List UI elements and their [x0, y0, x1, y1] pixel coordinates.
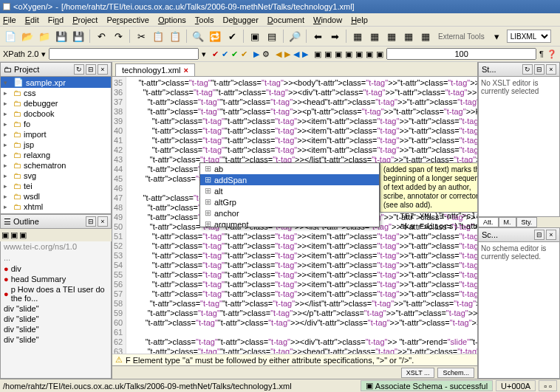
validate-red-icon[interactable]: ✔ [212, 49, 219, 59]
refresh-icon[interactable]: ↻ [74, 64, 84, 75]
outline-btn3[interactable]: ▣ [19, 230, 27, 240]
replace-icon[interactable]: 🔁 [208, 29, 222, 44]
tool4-icon[interactable]: ▣ [345, 49, 352, 59]
grid1-icon[interactable]: ▦ [350, 29, 365, 44]
tree-folder[interactable]: ▸🗀css [1, 88, 111, 98]
menu-find[interactable]: Find [48, 16, 64, 24]
tool2-icon[interactable]: ▣ [324, 49, 332, 59]
autocomplete-item[interactable]: ⊞addSpan [200, 174, 379, 185]
tree-folder[interactable]: ▸🗀fo [1, 119, 111, 129]
outline-item[interactable]: ●div [1, 264, 111, 274]
new-icon[interactable]: 📄 [3, 29, 18, 44]
find-icon[interactable]: 🔍 [191, 29, 205, 44]
run-icon[interactable]: ▶ [253, 49, 259, 59]
cut-icon[interactable]: ✂ [134, 29, 148, 44]
tab-attr[interactable]: Att. [478, 217, 499, 227]
validation-warning[interactable]: ⚠ F Element type "a" must be followed by… [112, 354, 477, 365]
refresh-icon[interactable]: ↻ [522, 64, 533, 75]
pin-icon[interactable]: ⊟ [534, 230, 544, 240]
chevron-down-icon[interactable]: ▾ [490, 29, 505, 44]
save-all-icon[interactable]: 💾 [71, 29, 86, 44]
chevron-down-icon[interactable]: ▾ [202, 49, 206, 59]
outline-item[interactable]: div "slide" [1, 324, 111, 334]
open2-icon[interactable]: 📁 [37, 29, 52, 44]
autocomplete-item[interactable]: ⊞ab [200, 163, 379, 174]
tree-folder[interactable]: ▸🗀relaxng [1, 150, 111, 160]
tree-folder[interactable]: ▸🗀wsdl [1, 191, 111, 202]
tab-schema[interactable]: Schem... [437, 368, 474, 378]
save-icon[interactable]: 💾 [54, 29, 69, 44]
grid3-icon[interactable]: ▦ [384, 29, 399, 44]
chevron-down-icon[interactable]: ▾ [41, 49, 46, 59]
outline-btn2[interactable]: ▣ [10, 230, 18, 240]
nav3-icon[interactable]: ◀ [293, 49, 299, 59]
project-tree[interactable]: ▾📄sample.xpr ▸🗀css▸🗀debugger▸🗀docbook▸🗀f… [0, 77, 112, 214]
tree-folder[interactable]: ▸🗀debugger [1, 98, 111, 109]
tool3-icon[interactable]: ▣ [335, 49, 342, 59]
menu-edit[interactable]: Edit [25, 16, 39, 24]
menu-file[interactable]: File [3, 16, 16, 24]
tab-technology1[interactable]: technology1.xml× [115, 63, 195, 76]
tab-style[interactable]: Sty. [516, 217, 538, 227]
validate-green-icon[interactable]: ✔ [231, 49, 238, 59]
code-editor[interactable]: 35 36 37 38 39 40 41 42 43 44 45 46 47 4… [112, 77, 477, 354]
autocomplete-item[interactable]: ⊞alt [200, 185, 379, 196]
menu-document[interactable]: Document [267, 16, 304, 24]
outline-item[interactable]: div "slide" [1, 303, 111, 314]
close-icon[interactable]: × [98, 216, 108, 227]
outline-item[interactable]: ●p How does a TEI user do the fo... [1, 284, 111, 303]
arrow-right-icon[interactable]: ➡ [327, 29, 342, 44]
autocomplete-item[interactable]: ⊞argument [200, 219, 379, 227]
config-icon[interactable]: ⚙ [262, 49, 270, 59]
nav4-icon[interactable]: ▶ [302, 49, 308, 59]
tool1-icon[interactable]: ▣ [314, 49, 321, 59]
open-icon[interactable]: 📂 [20, 29, 35, 44]
undo-icon[interactable]: ↶ [94, 29, 109, 44]
project-file[interactable]: ▾📄sample.xpr [1, 77, 111, 88]
tool5-icon[interactable]: ▣ [355, 49, 363, 59]
width-input[interactable] [386, 48, 536, 60]
tree-folder[interactable]: ▸🗀schematron [1, 160, 111, 171]
tab-xslt[interactable]: XSLT ... [401, 368, 435, 378]
grid2-icon[interactable]: ▦ [367, 29, 382, 44]
copy-icon[interactable]: 📋 [151, 29, 165, 44]
grid4-icon[interactable]: ▦ [401, 29, 416, 44]
paste-icon[interactable]: 📋 [168, 29, 182, 44]
nav2-icon[interactable]: ▶ [284, 49, 290, 59]
autocomplete-popup[interactable]: ⊞ab⊞addSpan⊞alt⊞altGrp⊞anchor⊞argument⊞b… [199, 162, 380, 227]
grid5-icon[interactable]: ▦ [418, 29, 433, 44]
outline-btn1[interactable]: ▣ [1, 230, 9, 240]
external-tools-label[interactable]: External Tools [438, 32, 485, 41]
libxml-select[interactable]: LIBXML [507, 30, 551, 43]
menu-debugger[interactable]: Debugger [223, 16, 259, 24]
validate-blue-icon[interactable]: ✔ [222, 49, 228, 59]
pin-icon[interactable]: ⊟ [86, 216, 96, 227]
tree-folder[interactable]: ▸🗀tei [1, 181, 111, 191]
menu-perspective[interactable]: Perspective [106, 16, 149, 24]
help-icon[interactable]: ❓ [547, 49, 557, 59]
tree-folder[interactable]: ▸🗀import [1, 129, 111, 140]
xpath-input[interactable] [49, 48, 199, 60]
redo-icon[interactable]: ↷ [111, 29, 126, 44]
tool7-icon[interactable]: ▣ [376, 49, 383, 59]
close-icon[interactable]: × [546, 64, 556, 75]
outline-item[interactable]: div "slide" [1, 334, 111, 345]
arrow-left-icon[interactable]: ⬅ [310, 29, 325, 44]
close-icon[interactable]: × [546, 230, 556, 240]
menu-project[interactable]: Project [72, 16, 98, 24]
menu-help[interactable]: Help [351, 16, 368, 24]
tool6-icon[interactable]: ▣ [366, 49, 373, 59]
menu-options[interactable]: Options [158, 16, 186, 24]
pin-icon[interactable]: ⊟ [534, 64, 544, 75]
validate-orange-icon[interactable]: ✔ [241, 49, 247, 59]
autocomplete-item[interactable]: ⊞altGrp [200, 196, 379, 207]
close-icon[interactable]: × [184, 66, 188, 75]
outline-item[interactable]: div "slide" [1, 314, 111, 324]
view2-icon[interactable]: ▤ [264, 29, 279, 44]
outline-item[interactable]: ●head Summary [1, 274, 111, 284]
search2-icon[interactable]: 🔎 [287, 29, 302, 44]
close-icon[interactable]: × [98, 64, 108, 75]
format-icon[interactable]: ¶ [539, 49, 544, 58]
tree-folder[interactable]: ▸🗀svg [1, 171, 111, 181]
menu-window[interactable]: Window [313, 16, 342, 24]
